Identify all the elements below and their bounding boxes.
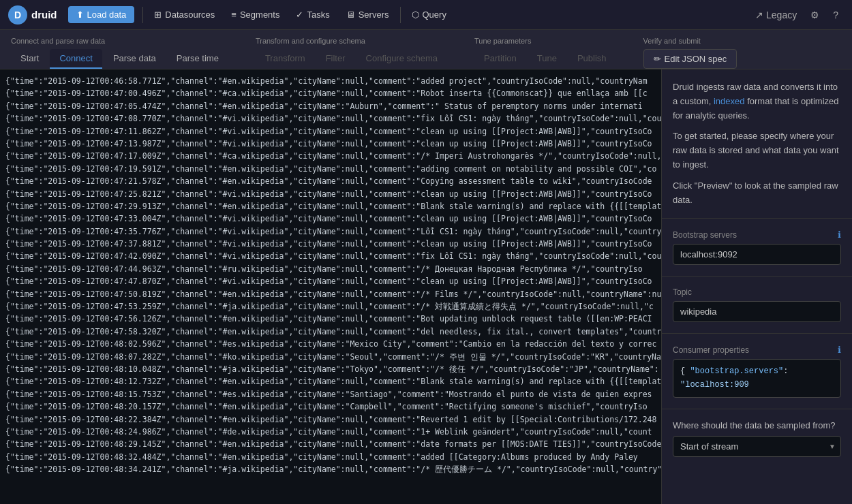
segments-label: Segments: [240, 10, 280, 20]
brand-logo: D druid: [8, 5, 57, 25]
gear-icon: ⚙: [810, 10, 819, 20]
tab-filter[interactable]: Filter: [316, 49, 355, 69]
legacy-button[interactable]: ↗ Legacy: [750, 7, 802, 23]
consumer-props-label: Consumer properties ℹ: [673, 345, 841, 355]
wizard-sections: Connect and parse raw data Start Connect…: [11, 30, 841, 69]
tab-tune[interactable]: Tune: [528, 49, 566, 69]
sample-from-wrapper: Start of stream End of stream Custom off…: [673, 436, 841, 457]
tab-transform[interactable]: Transform: [256, 49, 315, 69]
data-panel: {"time":"2015-09-12T00:46:58.771Z","chan…: [0, 69, 661, 504]
tab-parse-data[interactable]: Parse data: [104, 49, 166, 69]
tasks-label: Tasks: [307, 10, 329, 20]
load-data-icon: ⬆: [76, 10, 84, 20]
bootstrap-section: Bootstrap servers ℹ: [662, 219, 852, 277]
tab-publish[interactable]: Publish: [568, 49, 616, 69]
brand-icon: D: [8, 5, 27, 25]
topic-input[interactable]: [673, 301, 841, 322]
intro-text-3: Click "Preview" to look at the sampled r…: [673, 179, 841, 208]
intro-section: Druid ingests raw data and converts it i…: [662, 69, 852, 219]
navbar-right: ↗ Legacy ⚙ ?: [750, 7, 844, 23]
query-label: Query: [423, 10, 446, 20]
consumer-props-info-icon[interactable]: ℹ: [838, 345, 841, 355]
topic-section: Topic: [662, 277, 852, 334]
section-verify-label: Verify and submit: [643, 37, 737, 45]
load-data-button[interactable]: ⬆ Load data: [68, 6, 135, 23]
datasources-icon: ⊞: [154, 10, 162, 20]
tab-edit-json[interactable]: ✏ Edit JSON spec: [643, 49, 737, 69]
section-connect-label: Connect and parse raw data: [11, 37, 228, 45]
tab-start[interactable]: Start: [11, 49, 48, 69]
topic-label: Topic: [673, 287, 841, 297]
bootstrap-info-icon[interactable]: ℹ: [838, 230, 841, 240]
edit-json-icon: ✏: [654, 54, 661, 64]
navbar: D druid ⬆ Load data ⊞ Datasources ≡ Segm…: [0, 0, 852, 30]
servers-icon: 🖥: [346, 10, 355, 20]
wizard-tabs-verify: ✏ Edit JSON spec: [643, 49, 737, 69]
consumer-props-section: Consumer properties ℹ { "bootstrap.serve…: [662, 334, 852, 409]
load-data-label: Load data: [87, 10, 127, 20]
legacy-label: Legacy: [766, 10, 797, 20]
wizard-tabs-connect: Start Connect Parse data Parse time: [11, 49, 228, 69]
wizard-bar: Connect and parse raw data Start Connect…: [0, 30, 852, 69]
indexed-link[interactable]: indexed: [714, 96, 745, 106]
segments-icon: ≡: [231, 10, 237, 20]
servers-label: Servers: [359, 10, 389, 20]
datasources-button[interactable]: ⊞ Datasources: [146, 6, 223, 23]
bootstrap-input[interactable]: [673, 244, 841, 265]
query-icon: ⬡: [412, 10, 419, 20]
tab-parse-time[interactable]: Parse time: [167, 49, 228, 69]
help-icon: ?: [833, 10, 838, 20]
wizard-tabs-transform: Transform Filter Configure schema: [256, 49, 447, 69]
consumer-props-display: { "bootstrap.servers": "localhost:909: [673, 359, 841, 397]
section-transform-label: Transform and configure schema: [256, 37, 447, 45]
sample-from-section: Where should the data be sampled from? S…: [662, 409, 852, 468]
section-tune-label: Tune parameters: [474, 37, 616, 45]
wizard-section-tune: Tune parameters Partition Tune Publish: [474, 37, 616, 69]
sample-from-label: Where should the data be sampled from?: [673, 420, 841, 430]
wizard-section-connect: Connect and parse raw data Start Connect…: [11, 37, 228, 69]
settings-button[interactable]: ⚙: [805, 7, 825, 23]
segments-button[interactable]: ≡ Segments: [223, 6, 288, 23]
nav-divider-1: [142, 7, 143, 23]
tab-connect[interactable]: Connect: [50, 49, 102, 69]
raw-data-display: {"time":"2015-09-12T00:46:58.771Z","chan…: [5, 75, 656, 476]
tab-configure-schema[interactable]: Configure schema: [356, 49, 448, 69]
right-panel: Druid ingests raw data and converts it i…: [661, 69, 852, 504]
wizard-section-verify: Verify and submit ✏ Edit JSON spec: [643, 37, 737, 69]
external-link-icon: ↗: [755, 10, 763, 20]
tasks-button[interactable]: ✓ Tasks: [288, 6, 337, 23]
brand-name: druid: [31, 9, 57, 20]
help-button[interactable]: ?: [827, 7, 844, 23]
query-button[interactable]: ⬡ Query: [404, 6, 455, 23]
bootstrap-label: Bootstrap servers ℹ: [673, 230, 841, 240]
tab-partition[interactable]: Partition: [474, 49, 526, 69]
sample-from-select[interactable]: Start of stream End of stream Custom off…: [673, 436, 841, 457]
wizard-tabs-tune: Partition Tune Publish: [474, 49, 616, 69]
nav-divider-2: [400, 7, 401, 23]
servers-button[interactable]: 🖥 Servers: [338, 6, 397, 23]
intro-text-2: To get started, please specify where you…: [673, 129, 841, 172]
intro-text-1: Druid ingests raw data and converts it i…: [673, 80, 841, 123]
tasks-icon: ✓: [296, 10, 303, 20]
datasources-label: Datasources: [165, 10, 215, 20]
main-content: {"time":"2015-09-12T00:46:58.771Z","chan…: [0, 69, 852, 504]
wizard-section-transform: Transform and configure schema Transform…: [256, 37, 447, 69]
